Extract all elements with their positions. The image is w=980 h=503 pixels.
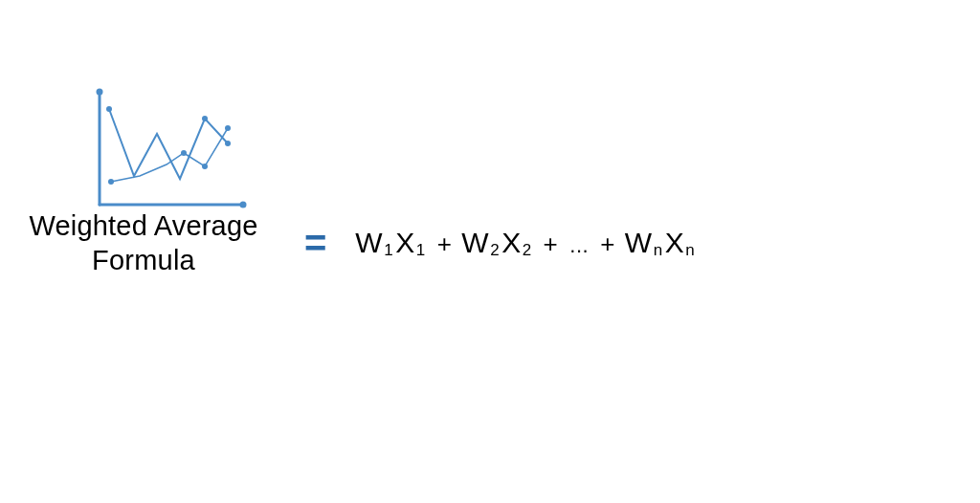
w-symbol: W <box>355 227 383 259</box>
svg-point-2 <box>97 89 103 96</box>
plus-2: + <box>544 230 559 259</box>
svg-point-3 <box>240 202 247 208</box>
formula-title-block: Weighted Average Formula <box>0 208 287 278</box>
svg-point-9 <box>202 164 208 169</box>
ellipsis: ... <box>569 233 589 258</box>
svg-point-4 <box>106 106 112 112</box>
plus-3: + <box>600 230 615 259</box>
x-symbol: X <box>395 227 415 259</box>
w-subscript: n <box>654 241 663 260</box>
term-2: W 2 X 2 <box>461 227 533 259</box>
x-subscript: 2 <box>523 241 532 260</box>
term-n: W n X n <box>625 227 697 259</box>
title-line-2: Formula <box>0 243 287 277</box>
formula-rhs: W 1 X 1 + W 2 X 2 + ... + W n X n <box>355 227 697 259</box>
svg-point-10 <box>225 125 231 131</box>
term-1: W 1 X 1 <box>355 227 427 259</box>
x-subscript: n <box>685 241 695 260</box>
x-subscript: 1 <box>416 241 426 260</box>
plus-1: + <box>437 230 453 259</box>
w-symbol: W <box>625 227 653 259</box>
chart-icon <box>92 88 250 212</box>
x-symbol: X <box>665 227 685 259</box>
equals-sign: = <box>304 222 326 265</box>
w-subscript: 1 <box>384 241 393 260</box>
title-line-1: Weighted Average <box>0 208 287 243</box>
svg-point-8 <box>181 150 187 156</box>
formula-row: Weighted Average Formula = W 1 X 1 + W 2… <box>0 208 980 278</box>
x-symbol: X <box>501 227 522 259</box>
w-subscript: 2 <box>490 241 500 260</box>
svg-point-6 <box>225 141 231 146</box>
svg-point-7 <box>108 179 114 185</box>
w-symbol: W <box>461 227 489 259</box>
svg-point-5 <box>202 116 208 121</box>
